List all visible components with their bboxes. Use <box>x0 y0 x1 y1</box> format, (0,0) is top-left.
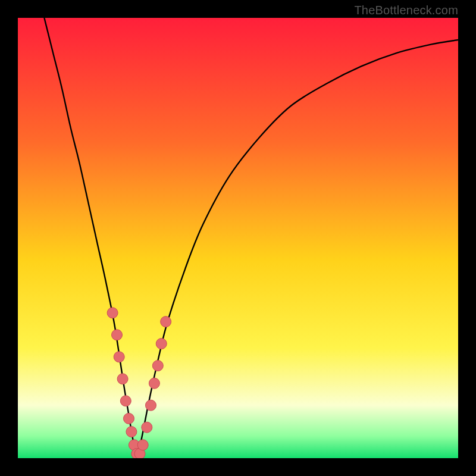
plot-area <box>18 18 458 458</box>
marker-dot <box>123 413 134 424</box>
marker-dot <box>114 352 124 362</box>
marker-dot <box>107 308 118 318</box>
marker-dot <box>152 361 163 371</box>
marker-dot <box>142 422 152 433</box>
bottleneck-curve <box>44 18 458 458</box>
marker-dot <box>161 317 171 327</box>
marker-dot <box>145 400 156 411</box>
marker-dot <box>120 396 131 406</box>
vertex-markers <box>107 308 171 458</box>
curve-layer <box>18 18 458 458</box>
marker-dot <box>149 378 159 389</box>
marker-dot <box>112 330 123 340</box>
marker-dot <box>156 339 167 349</box>
chart-frame: TheBottleneck.com <box>0 0 476 476</box>
marker-dot <box>117 374 128 384</box>
marker-dot <box>137 440 148 450</box>
watermark-text: TheBottleneck.com <box>354 4 458 17</box>
marker-dot <box>126 427 137 437</box>
